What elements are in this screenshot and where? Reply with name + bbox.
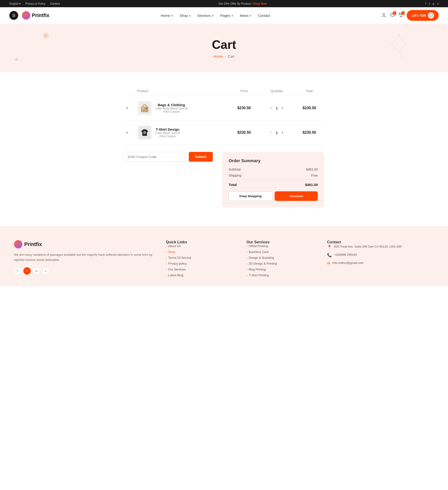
language-selector[interactable]: English ▾	[9, 2, 20, 5]
cart-section: Product Price Quantity Total ✕	[119, 86, 329, 207]
logo-text: Printfix	[32, 12, 49, 18]
contact-email-text: info.rrdevs@gmail.com	[333, 261, 364, 265]
service-tshirt: › T-Shirt Printing	[246, 273, 317, 277]
shipping-value: Free	[311, 174, 318, 177]
footer-link-services: › Our Services	[166, 268, 237, 271]
nav-shop[interactable]: Shop +	[180, 14, 191, 18]
footer-social-pinterest[interactable]: p	[33, 267, 40, 275]
main-nav: Home + Shop + Services + Pages + News + …	[161, 14, 270, 18]
product-variant-2: Color Black; Size M	[155, 131, 180, 135]
footer-link-services-anchor[interactable]: › Our Services	[166, 268, 237, 271]
logo[interactable]: Printfix	[22, 11, 49, 20]
summary-total-row: Total $461.00	[229, 180, 318, 187]
remove-item-2-button[interactable]: ✕	[125, 131, 129, 135]
footer-contact-col: Contact 📍 500 Treat Ave, Suite 200 San C…	[327, 240, 434, 279]
nav-news[interactable]: News +	[240, 14, 252, 18]
breadcrumb-current: Cart	[228, 54, 234, 58]
social-twitter-top[interactable]: t	[429, 2, 430, 5]
wishlist-button[interactable]: 2	[390, 13, 395, 18]
qty-increase-2[interactable]: +	[280, 130, 285, 135]
footer-logo: Printfix	[14, 240, 157, 248]
footer-logo-icon	[14, 240, 22, 248]
social-vimeo-top[interactable]: v	[437, 2, 439, 5]
social-facebook-top[interactable]: f	[425, 2, 426, 5]
qty-increase-1[interactable]: +	[280, 105, 285, 111]
cart-button[interactable]: 3	[398, 13, 403, 18]
nav-home[interactable]: Home +	[161, 14, 173, 18]
product-cell-1: Bags & Clothing Color Burly Wood; Size M…	[137, 101, 227, 115]
footer-link-blog-anchor[interactable]: › Latest Blog	[166, 273, 237, 277]
contact-address: 📍 500 Treat Ave, Suite 200 San CA 94110,…	[327, 244, 434, 249]
remove-item-1-button[interactable]: ✕	[125, 106, 129, 110]
col-remove	[124, 86, 135, 96]
product-variant-1: Color Burly Wood; Size M	[155, 107, 187, 110]
cart-row-1: ✕	[124, 96, 324, 120]
service-business-card-link[interactable]: › Business Card	[246, 250, 317, 254]
keep-shopping-button[interactable]: Keep Shopping	[229, 191, 272, 201]
product-info-2: T-Shirt Design Color Black; Size M Print…	[155, 127, 180, 138]
phone-icon: 📞	[327, 253, 332, 257]
service-offset-link[interactable]: › Offset Printing	[246, 244, 317, 248]
service-mug: › Mug Printing	[246, 268, 317, 271]
footer-link-about-anchor[interactable]: › About Us	[166, 244, 237, 248]
lets-talk-button[interactable]: Let's Talk 💬	[407, 10, 439, 21]
footer-link-shop: › Shop	[166, 250, 237, 254]
svg-point-2	[402, 16, 402, 17]
footer-social-vimeo[interactable]: v	[42, 267, 49, 275]
careers-link[interactable]: Careers	[50, 2, 60, 5]
header-left: ☰ Printfix	[9, 11, 49, 20]
svg-point-0	[383, 13, 385, 15]
hamburger-button[interactable]: ☰	[9, 11, 18, 20]
contact-title: Contact	[327, 240, 434, 244]
nav-pages[interactable]: Pages +	[220, 14, 233, 18]
order-summary-title: Order Summary	[229, 158, 318, 163]
product-name-2: T-Shirt Design	[155, 127, 180, 131]
footer-link-privacy: › Privacy policy	[166, 262, 237, 265]
service-3d-design: › 3D Design & Printing	[246, 262, 317, 265]
footer-social-facebook[interactable]: f	[14, 267, 21, 275]
service-design-branding-link[interactable]: › Design & Branding	[246, 256, 317, 260]
coupon-input[interactable]	[124, 152, 186, 162]
qty-decrease-1[interactable]: −	[268, 105, 273, 111]
cart-table: Product Price Quantity Total ✕	[124, 86, 324, 145]
coupon-submit-button[interactable]: Submit	[189, 152, 213, 162]
footer-link-shop-anchor[interactable]: › Shop	[166, 250, 237, 254]
footer-grid: Printfix We are many variations of passa…	[14, 240, 434, 279]
svg-point-1	[400, 16, 401, 17]
contact-phone-text: +025698 259145	[334, 253, 357, 257]
total-value: $461.00	[305, 183, 318, 187]
qty-decrease-2[interactable]: −	[268, 130, 273, 135]
nav-services[interactable]: Services +	[197, 14, 214, 18]
svg-line-4	[400, 56, 404, 58]
footer-social-twitter[interactable]: t	[23, 267, 31, 275]
summary-shipping-row: Shipping Free	[229, 174, 318, 177]
col-total: Total	[294, 86, 324, 96]
footer-socials: f t p v	[14, 267, 157, 275]
footer-link-privacy-anchor[interactable]: › Privacy policy	[166, 262, 237, 265]
account-button[interactable]	[381, 13, 386, 18]
product-price-1: $230.50	[237, 106, 251, 110]
shop-now-link[interactable]: Shop Now	[253, 2, 267, 5]
subtotal-value: $461.00	[306, 167, 318, 171]
footer-description: We are many variations of passages avail…	[14, 252, 157, 262]
service-tshirt-link[interactable]: › T-Shirt Printing	[246, 273, 317, 277]
checkout-button[interactable]: Checkout	[275, 191, 318, 201]
our-services-title: Our Services	[246, 240, 317, 244]
footer-quick-links-col: Quick Links › About Us › Shop ›	[166, 240, 237, 279]
product-price-2: $230.50	[237, 131, 251, 134]
service-3d-design-link[interactable]: › 3D Design & Printing	[246, 262, 317, 265]
product-info-1: Bags & Clothing Color Burly Wood; Size M…	[155, 103, 187, 114]
star-decoration-small: ✳	[14, 56, 19, 63]
product-variant2-2: Print Custom	[155, 135, 180, 138]
service-mug-link[interactable]: › Mug Printing	[246, 268, 317, 271]
cart-row-2: ✕ T-Shirt Design	[124, 120, 324, 145]
privacy-policy-link[interactable]: Privacy & Policy	[25, 2, 45, 5]
footer-link-tos-anchor[interactable]: › Terms Of Service	[166, 256, 237, 260]
nav-contact[interactable]: Contact	[258, 14, 270, 18]
footer-logo-text: Printfix	[24, 241, 42, 247]
breadcrumb-home[interactable]: Home	[213, 54, 223, 58]
social-pinterest-top[interactable]: p	[433, 2, 434, 5]
star-decoration-large: ✳	[42, 31, 50, 41]
product-name-1: Bags & Clothing	[155, 103, 187, 107]
promo-bar: Get 25% Offer By Product ! Shop Now	[218, 2, 267, 5]
